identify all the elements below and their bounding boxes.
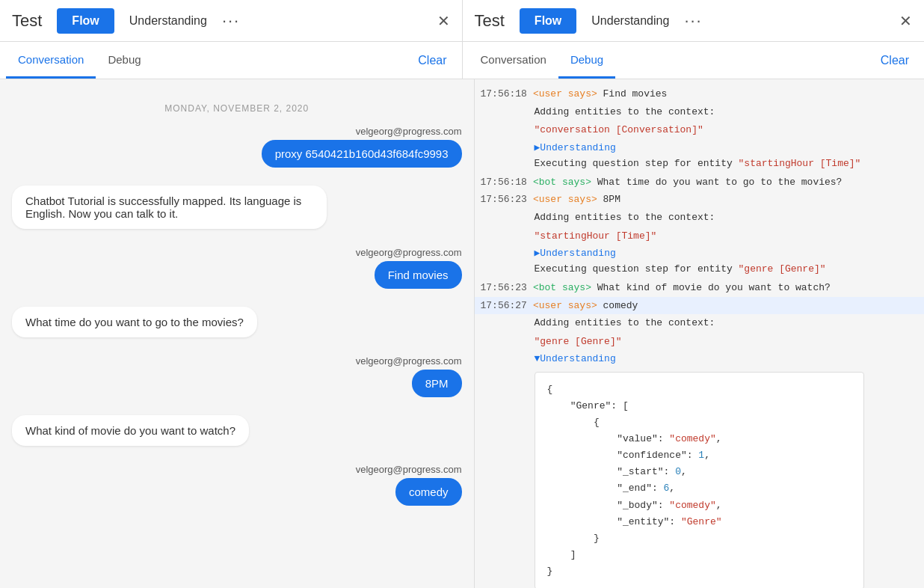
debug-bot-tag-1: <bot says>	[533, 175, 591, 190]
debug-string-1: "conversation [Conversation]"	[535, 124, 703, 135]
debug-ts-5: 17:56:27	[481, 298, 527, 313]
debug-user-tag-1: <user says>	[533, 87, 597, 102]
sender-label-7: velgeorg@progress.com	[12, 464, 462, 475]
understanding-toggle-2[interactable]: ▶Understanding	[475, 245, 925, 260]
debug-text-1: Find movies	[597, 87, 668, 102]
debug-indent-2: "conversation [Conversation]"	[475, 121, 925, 140]
date-divider: MONDAY, NOVEMBER 2, 2020	[12, 103, 462, 114]
debug-text-3: 8PM	[597, 192, 620, 207]
left-panel-header: Test Flow Understanding ··· ✕	[0, 0, 463, 41]
bot-bubble-4: What time do you want to go to the movie…	[12, 307, 257, 337]
tabs-bar: Conversation Debug Clear Conversation De…	[0, 42, 924, 79]
top-bar: Test Flow Understanding ··· ✕ Test Flow …	[0, 0, 924, 42]
left-close-button[interactable]: ✕	[437, 12, 450, 30]
user-message-1: proxy 6540421b160d43f684fc9993	[12, 140, 462, 168]
debug-indent-3: Executing question step for entity "star…	[475, 155, 925, 174]
right-panel-header: Test Flow Understanding ··· ✕	[463, 0, 925, 41]
debug-string-2: "startingHour [Time]"	[535, 230, 657, 242]
bot-message-4: What time do you want to go to the movie…	[12, 307, 462, 337]
debug-user-tag-2: <user says>	[533, 192, 597, 207]
right-debug-panel: 17:56:18 <user says> Find movies Adding …	[475, 79, 925, 588]
bot-message-6: What kind of movie do you want to watch?	[12, 415, 462, 446]
left-conversation-panel: MONDAY, NOVEMBER 2, 2020 velgeorg@progre…	[0, 79, 475, 588]
message-group-4: What time do you want to go to the movie…	[12, 307, 462, 343]
debug-text-5: comedy	[597, 298, 638, 313]
debug-indent-6: Executing question step for entity "genr…	[475, 260, 925, 279]
understanding-toggle-3[interactable]: ▼Understanding	[475, 352, 925, 366]
left-tabs-section: Conversation Debug Clear	[0, 42, 463, 79]
understanding-toggle-1[interactable]: ▶Understanding	[475, 140, 925, 155]
debug-indent-7: Adding entities to the context:	[475, 314, 925, 333]
debug-ts-4: 17:56:23	[481, 281, 527, 295]
message-group-3: velgeorg@progress.com Find movies	[12, 247, 462, 295]
left-app-title: Test	[12, 11, 42, 31]
left-conversation-tab[interactable]: Conversation	[6, 43, 96, 79]
message-group-1: velgeorg@progress.com proxy 6540421b160d…	[12, 126, 462, 174]
debug-entity-1: "startingHour [Time]"	[739, 158, 861, 169]
debug-ts-3: 17:56:23	[481, 192, 527, 207]
user-message-5: 8PM	[12, 370, 462, 397]
debug-bot-tag-2: <bot says>	[533, 281, 591, 295]
debug-indent-8: "genre [Genre]"	[475, 333, 925, 352]
sender-label-3: velgeorg@progress.com	[12, 247, 462, 258]
sender-label-5: velgeorg@progress.com	[12, 355, 462, 367]
debug-line-2: 17:56:18 <bot says> What time do you wan…	[475, 174, 925, 192]
right-clear-button[interactable]: Clear	[872, 51, 918, 70]
right-understanding-button[interactable]: Understanding	[585, 11, 675, 31]
debug-text-4: What kind of movie do you want to watch?	[591, 281, 831, 295]
message-group-7: velgeorg@progress.com comedy	[12, 464, 462, 512]
left-understanding-button[interactable]: Understanding	[123, 11, 213, 31]
message-group-5: velgeorg@progress.com 8PM	[12, 355, 462, 403]
user-message-7: comedy	[12, 478, 462, 506]
user-bubble-1: proxy 6540421b160d43f684fc9993	[262, 140, 462, 168]
right-flow-button[interactable]: Flow	[520, 8, 576, 34]
debug-content: 17:56:18 <user says> Find movies Adding …	[475, 79, 925, 588]
right-close-button[interactable]: ✕	[899, 12, 912, 30]
debug-indent-1: Adding entities to the context:	[475, 103, 925, 122]
debug-ts-2: 17:56:18	[481, 175, 527, 190]
bot-bubble-6: What kind of movie do you want to watch?	[12, 415, 249, 446]
left-dots-button[interactable]: ···	[222, 11, 240, 31]
sender-label-1: velgeorg@progress.com	[12, 126, 462, 137]
bot-bubble-2: Chatbot Tutorial is successfully mapped.…	[12, 186, 327, 229]
debug-ts-1: 17:56:18	[481, 87, 527, 102]
debug-text-2: What time do you want to go to the movie…	[591, 175, 842, 190]
right-dots-button[interactable]: ···	[684, 11, 702, 31]
main-content: MONDAY, NOVEMBER 2, 2020 velgeorg@progre…	[0, 79, 924, 588]
debug-entity-2: "genre [Genre]"	[739, 263, 826, 275]
right-app-title: Test	[475, 11, 505, 31]
right-tabs-section: Conversation Debug Clear	[463, 42, 925, 79]
user-bubble-7: comedy	[395, 478, 462, 506]
message-group-2: Chatbot Tutorial is successfully mapped.…	[12, 186, 462, 235]
debug-line-1: 17:56:18 <user says> Find movies	[475, 85, 925, 103]
debug-indent-4: Adding entities to the context:	[475, 209, 925, 227]
json-block: { "Genre": [ { "value": "comedy", "confi…	[535, 372, 865, 588]
debug-line-3: 17:56:23 <user says> 8PM	[475, 191, 925, 209]
user-bubble-3: Find movies	[375, 261, 462, 289]
right-debug-tab[interactable]: Debug	[558, 43, 615, 79]
debug-line-5: 17:56:27 <user says> comedy	[475, 297, 925, 315]
user-message-3: Find movies	[12, 261, 462, 289]
message-group-6: What kind of movie do you want to watch?	[12, 415, 462, 452]
right-conversation-tab[interactable]: Conversation	[469, 43, 558, 79]
left-clear-button[interactable]: Clear	[409, 51, 455, 70]
user-bubble-5: 8PM	[412, 370, 462, 397]
debug-user-tag-3: <user says>	[533, 298, 597, 313]
left-debug-tab[interactable]: Debug	[96, 43, 153, 79]
bot-message-2: Chatbot Tutorial is successfully mapped.…	[12, 186, 462, 229]
debug-string-3: "genre [Genre]"	[535, 336, 622, 347]
debug-indent-5: "startingHour [Time]"	[475, 227, 925, 246]
left-flow-button[interactable]: Flow	[57, 8, 114, 34]
debug-line-4: 17:56:23 <bot says> What kind of movie d…	[475, 279, 925, 297]
